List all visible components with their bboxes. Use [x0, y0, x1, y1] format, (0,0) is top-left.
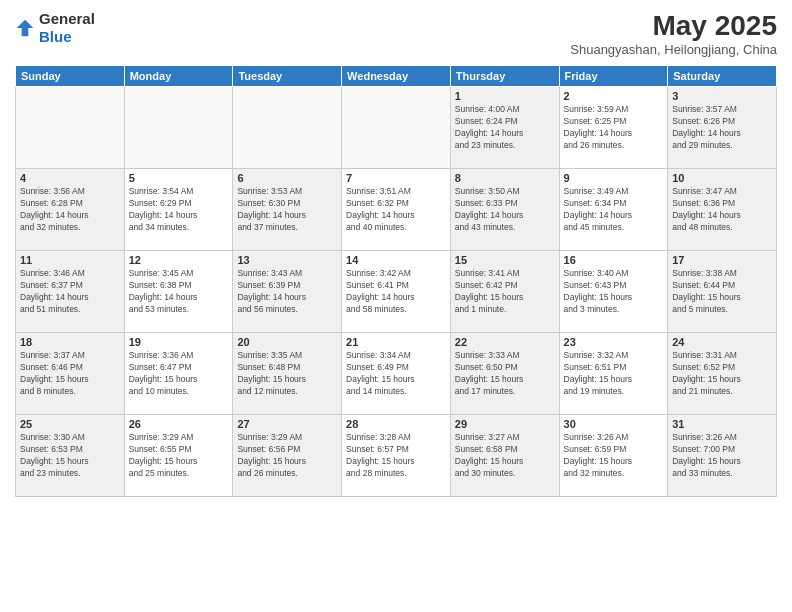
- day-number: 23: [564, 336, 664, 348]
- day-number: 28: [346, 418, 446, 430]
- day-number: 9: [564, 172, 664, 184]
- calendar-cell: 30Sunrise: 3:26 AMSunset: 6:59 PMDayligh…: [559, 415, 668, 497]
- day-header-thursday: Thursday: [450, 66, 559, 87]
- calendar-cell: [124, 87, 233, 169]
- day-number: 3: [672, 90, 772, 102]
- day-info: Sunrise: 3:38 AMSunset: 6:44 PMDaylight:…: [672, 268, 772, 316]
- header: General Blue May 2025 Shuangyashan, Heil…: [15, 10, 777, 57]
- calendar-cell: 17Sunrise: 3:38 AMSunset: 6:44 PMDayligh…: [668, 251, 777, 333]
- calendar-cell: 11Sunrise: 3:46 AMSunset: 6:37 PMDayligh…: [16, 251, 125, 333]
- day-info: Sunrise: 3:43 AMSunset: 6:39 PMDaylight:…: [237, 268, 337, 316]
- calendar-cell: 20Sunrise: 3:35 AMSunset: 6:48 PMDayligh…: [233, 333, 342, 415]
- calendar-cell: 22Sunrise: 3:33 AMSunset: 6:50 PMDayligh…: [450, 333, 559, 415]
- calendar-cell: 5Sunrise: 3:54 AMSunset: 6:29 PMDaylight…: [124, 169, 233, 251]
- day-number: 22: [455, 336, 555, 348]
- calendar-cell: [233, 87, 342, 169]
- day-number: 21: [346, 336, 446, 348]
- day-info: Sunrise: 3:47 AMSunset: 6:36 PMDaylight:…: [672, 186, 772, 234]
- day-info: Sunrise: 3:54 AMSunset: 6:29 PMDaylight:…: [129, 186, 229, 234]
- day-info: Sunrise: 3:28 AMSunset: 6:57 PMDaylight:…: [346, 432, 446, 480]
- day-number: 4: [20, 172, 120, 184]
- day-number: 24: [672, 336, 772, 348]
- day-info: Sunrise: 3:29 AMSunset: 6:55 PMDaylight:…: [129, 432, 229, 480]
- logo-general: General: [39, 10, 95, 27]
- location-title: Shuangyashan, Heilongjiang, China: [570, 42, 777, 57]
- week-row-1: 1Sunrise: 4:00 AMSunset: 6:24 PMDaylight…: [16, 87, 777, 169]
- day-info: Sunrise: 3:41 AMSunset: 6:42 PMDaylight:…: [455, 268, 555, 316]
- calendar-cell: 16Sunrise: 3:40 AMSunset: 6:43 PMDayligh…: [559, 251, 668, 333]
- day-info: Sunrise: 3:46 AMSunset: 6:37 PMDaylight:…: [20, 268, 120, 316]
- day-info: Sunrise: 3:30 AMSunset: 6:53 PMDaylight:…: [20, 432, 120, 480]
- calendar-cell: [342, 87, 451, 169]
- day-number: 13: [237, 254, 337, 266]
- day-info: Sunrise: 3:31 AMSunset: 6:52 PMDaylight:…: [672, 350, 772, 398]
- week-row-5: 25Sunrise: 3:30 AMSunset: 6:53 PMDayligh…: [16, 415, 777, 497]
- calendar-cell: 8Sunrise: 3:50 AMSunset: 6:33 PMDaylight…: [450, 169, 559, 251]
- calendar-cell: 13Sunrise: 3:43 AMSunset: 6:39 PMDayligh…: [233, 251, 342, 333]
- calendar-cell: 15Sunrise: 3:41 AMSunset: 6:42 PMDayligh…: [450, 251, 559, 333]
- day-info: Sunrise: 3:51 AMSunset: 6:32 PMDaylight:…: [346, 186, 446, 234]
- day-number: 1: [455, 90, 555, 102]
- logo: General Blue: [15, 10, 95, 46]
- day-number: 5: [129, 172, 229, 184]
- day-number: 6: [237, 172, 337, 184]
- day-info: Sunrise: 3:56 AMSunset: 6:28 PMDaylight:…: [20, 186, 120, 234]
- day-number: 11: [20, 254, 120, 266]
- day-info: Sunrise: 3:53 AMSunset: 6:30 PMDaylight:…: [237, 186, 337, 234]
- calendar-cell: 6Sunrise: 3:53 AMSunset: 6:30 PMDaylight…: [233, 169, 342, 251]
- month-title: May 2025: [570, 10, 777, 42]
- day-number: 19: [129, 336, 229, 348]
- day-number: 26: [129, 418, 229, 430]
- day-number: 30: [564, 418, 664, 430]
- day-number: 31: [672, 418, 772, 430]
- day-info: Sunrise: 3:26 AMSunset: 7:00 PMDaylight:…: [672, 432, 772, 480]
- week-row-3: 11Sunrise: 3:46 AMSunset: 6:37 PMDayligh…: [16, 251, 777, 333]
- day-number: 14: [346, 254, 446, 266]
- calendar-cell: 21Sunrise: 3:34 AMSunset: 6:49 PMDayligh…: [342, 333, 451, 415]
- page: General Blue May 2025 Shuangyashan, Heil…: [0, 0, 792, 612]
- day-info: Sunrise: 3:26 AMSunset: 6:59 PMDaylight:…: [564, 432, 664, 480]
- calendar-cell: 28Sunrise: 3:28 AMSunset: 6:57 PMDayligh…: [342, 415, 451, 497]
- calendar-cell: [16, 87, 125, 169]
- calendar-cell: 19Sunrise: 3:36 AMSunset: 6:47 PMDayligh…: [124, 333, 233, 415]
- day-header-sunday: Sunday: [16, 66, 125, 87]
- day-header-tuesday: Tuesday: [233, 66, 342, 87]
- logo-blue: Blue: [39, 28, 72, 45]
- day-number: 8: [455, 172, 555, 184]
- day-header-saturday: Saturday: [668, 66, 777, 87]
- calendar-table: SundayMondayTuesdayWednesdayThursdayFrid…: [15, 65, 777, 497]
- calendar-cell: 10Sunrise: 3:47 AMSunset: 6:36 PMDayligh…: [668, 169, 777, 251]
- day-number: 20: [237, 336, 337, 348]
- day-info: Sunrise: 3:27 AMSunset: 6:58 PMDaylight:…: [455, 432, 555, 480]
- day-info: Sunrise: 3:42 AMSunset: 6:41 PMDaylight:…: [346, 268, 446, 316]
- day-info: Sunrise: 3:33 AMSunset: 6:50 PMDaylight:…: [455, 350, 555, 398]
- day-info: Sunrise: 3:59 AMSunset: 6:25 PMDaylight:…: [564, 104, 664, 152]
- day-info: Sunrise: 3:49 AMSunset: 6:34 PMDaylight:…: [564, 186, 664, 234]
- calendar-cell: 26Sunrise: 3:29 AMSunset: 6:55 PMDayligh…: [124, 415, 233, 497]
- calendar-cell: 2Sunrise: 3:59 AMSunset: 6:25 PMDaylight…: [559, 87, 668, 169]
- day-info: Sunrise: 3:36 AMSunset: 6:47 PMDaylight:…: [129, 350, 229, 398]
- calendar-cell: 27Sunrise: 3:29 AMSunset: 6:56 PMDayligh…: [233, 415, 342, 497]
- day-info: Sunrise: 3:32 AMSunset: 6:51 PMDaylight:…: [564, 350, 664, 398]
- calendar-cell: 9Sunrise: 3:49 AMSunset: 6:34 PMDaylight…: [559, 169, 668, 251]
- calendar-cell: 1Sunrise: 4:00 AMSunset: 6:24 PMDaylight…: [450, 87, 559, 169]
- day-info: Sunrise: 3:35 AMSunset: 6:48 PMDaylight:…: [237, 350, 337, 398]
- calendar-cell: 7Sunrise: 3:51 AMSunset: 6:32 PMDaylight…: [342, 169, 451, 251]
- day-number: 12: [129, 254, 229, 266]
- day-info: Sunrise: 3:57 AMSunset: 6:26 PMDaylight:…: [672, 104, 772, 152]
- day-header-monday: Monday: [124, 66, 233, 87]
- calendar-cell: 14Sunrise: 3:42 AMSunset: 6:41 PMDayligh…: [342, 251, 451, 333]
- day-number: 15: [455, 254, 555, 266]
- calendar-header-row: SundayMondayTuesdayWednesdayThursdayFrid…: [16, 66, 777, 87]
- calendar-cell: 3Sunrise: 3:57 AMSunset: 6:26 PMDaylight…: [668, 87, 777, 169]
- calendar-cell: 24Sunrise: 3:31 AMSunset: 6:52 PMDayligh…: [668, 333, 777, 415]
- calendar-cell: 25Sunrise: 3:30 AMSunset: 6:53 PMDayligh…: [16, 415, 125, 497]
- day-info: Sunrise: 4:00 AMSunset: 6:24 PMDaylight:…: [455, 104, 555, 152]
- day-header-friday: Friday: [559, 66, 668, 87]
- calendar-cell: 4Sunrise: 3:56 AMSunset: 6:28 PMDaylight…: [16, 169, 125, 251]
- calendar-cell: 29Sunrise: 3:27 AMSunset: 6:58 PMDayligh…: [450, 415, 559, 497]
- svg-marker-0: [17, 20, 34, 37]
- title-block: May 2025 Shuangyashan, Heilongjiang, Chi…: [570, 10, 777, 57]
- week-row-2: 4Sunrise: 3:56 AMSunset: 6:28 PMDaylight…: [16, 169, 777, 251]
- day-number: 2: [564, 90, 664, 102]
